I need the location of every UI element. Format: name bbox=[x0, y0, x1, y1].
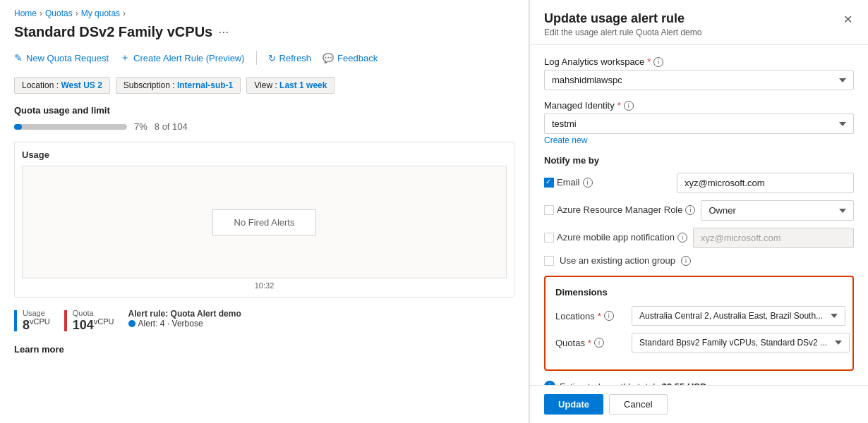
log-analytics-select[interactable]: mahshidmlawspc bbox=[544, 70, 854, 90]
arm-info-icon[interactable]: i bbox=[685, 205, 695, 215]
alert-badge-text: Alert: 4 · Verbose bbox=[138, 319, 203, 329]
new-quota-label: New Quota Request bbox=[26, 53, 109, 63]
locations-info-icon[interactable]: i bbox=[604, 311, 614, 321]
quotas-required: * bbox=[588, 338, 591, 348]
side-panel-title-block: Update usage alert rule Edit the usage a… bbox=[544, 11, 701, 37]
side-panel-title: Update usage alert rule bbox=[544, 11, 701, 26]
notify-section-title: Notify me by bbox=[544, 155, 854, 166]
dimensions-title: Dimensions bbox=[555, 287, 843, 298]
breadcrumb-home[interactable]: Home bbox=[14, 8, 37, 18]
managed-identity-select[interactable]: testmi bbox=[544, 114, 854, 134]
cancel-button[interactable]: Cancel bbox=[609, 394, 667, 415]
usage-count: 8 of 104 bbox=[155, 121, 188, 132]
mobile-field-wrapper bbox=[693, 228, 854, 248]
location-label: Location bbox=[22, 80, 54, 90]
update-button[interactable]: Update bbox=[544, 394, 603, 415]
email-notify-label: Email i bbox=[544, 173, 671, 188]
locations-select[interactable]: Australia Central 2, Australia East, Bra… bbox=[632, 306, 845, 326]
breadcrumb-quotas[interactable]: Quotas bbox=[45, 8, 73, 18]
quota-stat: Quota 104vCPU bbox=[73, 309, 114, 333]
breadcrumb-sep3: › bbox=[123, 8, 126, 18]
refresh-icon: ↻ bbox=[268, 53, 276, 63]
mobile-notify-label: Azure mobile app notification i bbox=[544, 228, 687, 243]
feedback-btn[interactable]: 💬 Feedback bbox=[323, 50, 378, 66]
email-field-wrapper bbox=[677, 173, 854, 193]
add-icon: ＋ bbox=[120, 51, 130, 64]
mobile-label-text: Azure mobile app notification bbox=[557, 232, 675, 243]
locations-required: * bbox=[598, 311, 601, 321]
create-alert-btn[interactable]: ＋ Create Alert Rule (Preview) bbox=[120, 49, 245, 67]
right-panel: Update usage alert rule Edit the usage a… bbox=[529, 0, 868, 423]
log-analytics-row: Log Analytics workspace * i mahshidmlaws… bbox=[544, 56, 854, 90]
mobile-input[interactable] bbox=[693, 228, 854, 248]
action-group-info-icon[interactable]: i bbox=[681, 256, 691, 266]
location-value: West US 2 bbox=[61, 80, 102, 90]
arm-checkbox[interactable] bbox=[544, 205, 554, 215]
refresh-label: Refresh bbox=[279, 53, 312, 63]
email-label-text: Email bbox=[557, 177, 580, 188]
email-info-icon[interactable]: i bbox=[583, 178, 593, 188]
alert-dot-icon bbox=[128, 320, 135, 327]
toolbar: ✎ New Quota Request ＋ Create Alert Rule … bbox=[14, 49, 514, 67]
usage-color-bar bbox=[14, 310, 17, 331]
managed-identity-required: * bbox=[617, 100, 621, 111]
page-title: Standard DSv2 Family vCPUs bbox=[14, 24, 212, 40]
mobile-notify-row: Azure mobile app notification i bbox=[544, 228, 854, 248]
filter-view[interactable]: View : Last 1 week bbox=[246, 77, 334, 94]
arm-field-wrapper: Owner bbox=[701, 200, 854, 221]
mobile-info-icon[interactable]: i bbox=[677, 233, 687, 243]
usage-pct: 7% bbox=[134, 121, 147, 132]
create-alert-label: Create Alert Rule (Preview) bbox=[133, 53, 245, 63]
left-panel: Home › Quotas › My quotas › Standard DSv… bbox=[0, 0, 529, 423]
page-title-row: Standard DSv2 Family vCPUs ··· bbox=[14, 24, 514, 40]
quota-color-bar bbox=[64, 310, 67, 331]
subscription-label: Subscription bbox=[123, 80, 170, 90]
learn-more-link[interactable]: Learn more bbox=[14, 344, 64, 355]
no-fired-alerts: No Fired Alerts bbox=[212, 209, 317, 235]
email-input[interactable] bbox=[677, 173, 854, 193]
new-quota-btn[interactable]: ✎ New Quota Request bbox=[14, 49, 109, 66]
quotas-select[interactable]: Standard Bpsv2 Family vCPUs, Standard DS… bbox=[632, 333, 850, 352]
alert-badge: Alert: 4 · Verbose bbox=[128, 319, 241, 329]
side-panel-body: Log Analytics workspace * i mahshidmlaws… bbox=[530, 45, 868, 385]
refresh-btn[interactable]: ↻ Refresh bbox=[268, 50, 312, 66]
mobile-checkbox[interactable] bbox=[544, 233, 554, 243]
breadcrumb-sep2: › bbox=[76, 8, 78, 18]
quotas-label: Quotas * i bbox=[555, 338, 626, 348]
close-button[interactable]: ✕ bbox=[842, 11, 854, 27]
side-panel-header: Update usage alert rule Edit the usage a… bbox=[530, 0, 868, 45]
page-ellipsis-menu[interactable]: ··· bbox=[218, 25, 229, 39]
quotas-info-icon[interactable]: i bbox=[594, 338, 604, 348]
breadcrumb-my-quotas[interactable]: My quotas bbox=[81, 8, 120, 18]
subscription-value: Internal-sub-1 bbox=[177, 80, 233, 90]
arm-notify-row: Azure Resource Manager Role i Owner bbox=[544, 200, 854, 221]
usage-bar-row: 7% 8 of 104 bbox=[14, 121, 514, 132]
chart-time: 10:32 bbox=[22, 281, 507, 290]
chart-label: Usage bbox=[22, 149, 507, 160]
quota-label: Quota bbox=[73, 309, 94, 317]
managed-identity-info-icon[interactable]: i bbox=[624, 101, 634, 111]
arm-role-select[interactable]: Owner bbox=[701, 200, 854, 221]
log-analytics-info-icon[interactable]: i bbox=[653, 57, 663, 67]
side-panel-footer: Update Cancel bbox=[530, 385, 868, 423]
feedback-icon: 💬 bbox=[323, 53, 334, 63]
usage-bar-outer bbox=[14, 124, 127, 130]
action-group-row: Use an existing action group i bbox=[544, 255, 854, 266]
usage-label: Usage bbox=[23, 309, 45, 317]
log-analytics-required: * bbox=[647, 56, 651, 67]
usage-stat: Usage 8vCPU bbox=[23, 309, 50, 333]
log-analytics-label: Log Analytics workspace * i bbox=[544, 56, 854, 67]
view-label: View bbox=[254, 80, 272, 90]
quota-section-title: Quota usage and limit bbox=[14, 105, 514, 116]
managed-identity-row: Managed Identity * i testmi Create new bbox=[544, 100, 854, 145]
breadcrumb: Home › Quotas › My quotas › bbox=[14, 8, 514, 18]
email-checkbox[interactable] bbox=[544, 178, 554, 188]
stats-row: Usage 8vCPU Quota 104vCPU Alert rule: Qu… bbox=[14, 309, 514, 333]
action-group-checkbox[interactable] bbox=[544, 256, 554, 266]
managed-identity-label: Managed Identity * i bbox=[544, 100, 854, 111]
breadcrumb-sep1: › bbox=[40, 8, 42, 18]
filter-subscription[interactable]: Subscription : Internal-sub-1 bbox=[116, 77, 241, 94]
filter-location[interactable]: Location : West US 2 bbox=[14, 77, 110, 94]
create-new-link[interactable]: Create new bbox=[544, 135, 587, 145]
plus-icon: ✎ bbox=[14, 52, 23, 63]
